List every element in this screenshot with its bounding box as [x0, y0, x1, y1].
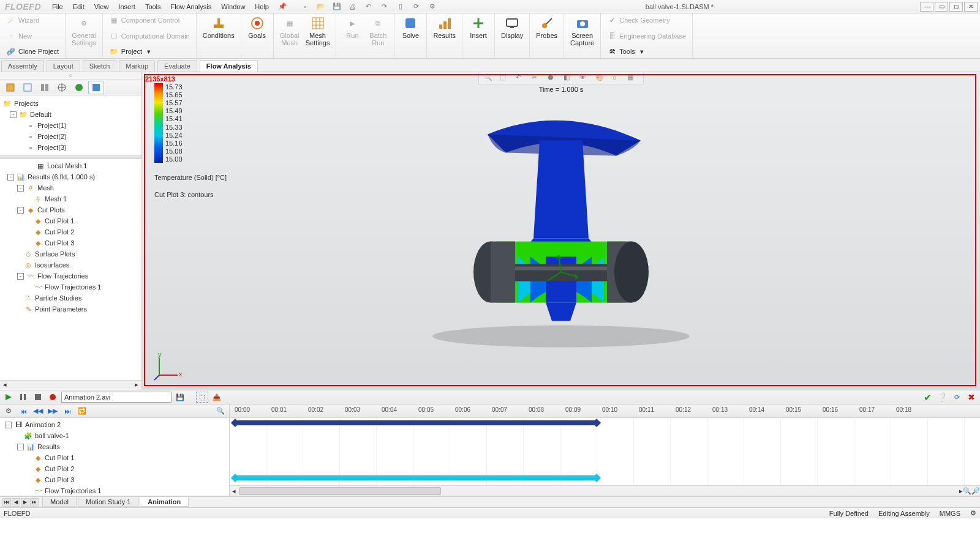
pause-button[interactable] [17, 392, 29, 403]
help-button[interactable]: ❔ [936, 392, 948, 403]
solve-button[interactable]: Solve [398, 15, 423, 40]
animation-tree[interactable]: -🎞Animation 2 🧩ball valve-1 -📊Results ◆C… [0, 418, 229, 496]
display-tab[interactable] [71, 81, 87, 94]
qat-save-icon[interactable]: 💾 [330, 1, 344, 12]
timeline-bar-main[interactable] [235, 420, 596, 425]
dimxpert-tab[interactable] [54, 81, 70, 94]
menu-help[interactable]: Help [250, 2, 274, 12]
qat-redo-icon[interactable]: ↷ [378, 1, 391, 12]
timeline-bar-results[interactable] [235, 475, 596, 480]
engineering-db-button[interactable]: 🗄Engineering Database [605, 31, 688, 42]
tab-first-button[interactable]: ⏮ [2, 498, 11, 507]
zoom-out-icon[interactable]: 🔍 [963, 487, 971, 495]
anim-loop-button[interactable]: 🔁 [76, 406, 88, 417]
clone-project-button[interactable]: 🧬Clone Project [4, 46, 61, 57]
batch-run-button[interactable]: ⧉Batch Run [366, 15, 390, 48]
animation-file-input[interactable] [61, 392, 172, 403]
panel-grip[interactable]: ○ [0, 72, 141, 80]
orientation-triad[interactable]: y x [153, 351, 184, 381]
anim-next-button[interactable]: ▶▶ [47, 406, 59, 417]
collapse-icon[interactable]: - [10, 111, 17, 118]
collapse-icon[interactable]: - [17, 185, 24, 192]
status-custom-icon[interactable]: ⚙ [970, 509, 976, 517]
project-item[interactable]: Project(3) [37, 144, 67, 151]
bottom-tab-motion[interactable]: Motion Study 1 [78, 498, 138, 507]
play-button[interactable] [2, 392, 15, 403]
menu-tools[interactable]: Tools [140, 2, 166, 12]
tab-assembly[interactable]: Assembly [1, 60, 44, 72]
select-mode-button[interactable]: ⬚ [196, 392, 208, 403]
tab-next-button[interactable]: ▶ [21, 498, 29, 507]
sidebar-hscroll[interactable]: ◂▸ [0, 380, 141, 390]
save-anim-button[interactable]: 💾 [174, 392, 186, 403]
wizard-button[interactable]: 🪄Wizard [4, 15, 61, 26]
menu-flow-analysis[interactable]: Flow Analysis [166, 2, 217, 12]
explode-button[interactable]: 📤 [211, 392, 223, 403]
status-units[interactable]: MMGS [940, 510, 960, 517]
refresh-button[interactable]: ⟳ [951, 392, 963, 403]
qat-options-icon[interactable]: ⚙ [426, 1, 439, 12]
scroll-thumb[interactable] [239, 487, 441, 495]
probes-button[interactable]: Probes [533, 15, 560, 40]
feature-tree-tab[interactable] [2, 81, 18, 94]
projects-tree[interactable]: 📁Projects -📁Default ▫Project(1) ▫Project… [0, 95, 141, 155]
qat-print-icon[interactable]: 🖨 [346, 1, 360, 12]
project-dropdown[interactable]: 📁Project▾ [107, 46, 192, 57]
graphics-viewport[interactable]: 🔍 ⬚ ↶ ✂ ⬣ ◧ 👁 🎨 ☼ ▦ 2135x813 Time = 1.00… [142, 72, 980, 390]
qat-new-icon[interactable]: ▫ [298, 1, 312, 12]
menu-file[interactable]: File [47, 2, 68, 12]
project-item[interactable]: Project(2) [37, 133, 67, 140]
collapse-icon[interactable]: - [7, 174, 14, 181]
anim-end-button[interactable]: ⏭ [61, 406, 74, 417]
config-tab[interactable] [37, 81, 53, 94]
pin-icon[interactable]: 📌 [274, 2, 291, 10]
insert-button[interactable]: Insert [466, 15, 491, 40]
anim-zoom-button[interactable]: 🔍 [214, 406, 227, 417]
stop-button[interactable] [32, 392, 44, 403]
menu-window[interactable]: Window [216, 2, 250, 12]
qat-open-icon[interactable]: 📂 [314, 1, 328, 12]
bottom-tab-animation[interactable]: Animation [140, 498, 189, 507]
general-settings-button[interactable]: ⚙General Settings [69, 15, 99, 48]
qat-rebuild-icon[interactable]: ⟳ [410, 1, 423, 12]
timeline-hscroll[interactable]: ◂ ▸ 🔍 🔎 [230, 485, 980, 496]
accept-button[interactable]: ✔ [921, 392, 933, 403]
anim-settings-button[interactable]: ⚙ [2, 406, 15, 417]
restore-button[interactable]: ▭ [935, 2, 948, 12]
run-button[interactable]: ▶Run [340, 15, 364, 40]
screen-capture-button[interactable]: Screen Capture [568, 15, 597, 48]
anim-start-button[interactable]: ⏮ [17, 406, 29, 417]
timeline-ruler[interactable]: 00:0000:0100:0200:0300:0400:0500:0600:07… [230, 404, 980, 418]
check-geometry-button[interactable]: ✔Check Geometry [605, 15, 688, 26]
goals-button[interactable]: Goals [245, 15, 270, 40]
tab-evaluate[interactable]: Evaluate [157, 60, 197, 72]
collapse-icon[interactable]: - [17, 207, 24, 214]
floefd-tab[interactable] [88, 81, 104, 94]
tab-sketch[interactable]: Sketch [83, 60, 117, 72]
menu-view[interactable]: View [89, 2, 114, 12]
mesh-settings-button[interactable]: Mesh Settings [303, 15, 333, 48]
tab-flow-analysis[interactable]: Flow Analysis [200, 60, 258, 72]
maximize-button[interactable]: ◻ [949, 2, 963, 12]
minimize-button[interactable]: — [920, 2, 933, 12]
anim-prev-button[interactable]: ◀◀ [32, 406, 44, 417]
collapse-icon[interactable]: - [17, 273, 24, 280]
results-tree[interactable]: ▦Local Mesh 1 -📊Results (6.fld, 1.000 s)… [0, 159, 141, 380]
qat-select-icon[interactable]: ▯ [394, 1, 407, 12]
property-tab[interactable] [20, 81, 36, 94]
component-control-button[interactable]: ▦Component Control [107, 15, 192, 26]
tab-prev-button[interactable]: ◀ [12, 498, 20, 507]
tab-markup[interactable]: Markup [119, 60, 155, 72]
qat-undo-icon[interactable]: ↶ [362, 1, 375, 12]
computational-domain-button[interactable]: ▢Computational Domain [107, 31, 192, 42]
tab-last-button[interactable]: ⏭ [30, 498, 39, 507]
tools-dropdown[interactable]: 🛠Tools▾ [605, 46, 688, 57]
menu-edit[interactable]: Edit [68, 2, 89, 12]
new-button[interactable]: ▫New [4, 31, 61, 42]
results-button[interactable]: Results [431, 15, 458, 40]
tab-layout[interactable]: Layout [47, 60, 80, 72]
record-button[interactable] [47, 392, 59, 403]
global-mesh-button[interactable]: ▦Global Mesh [277, 15, 302, 48]
close-button[interactable]: ✕ [964, 2, 978, 12]
menu-insert[interactable]: Insert [113, 2, 140, 12]
